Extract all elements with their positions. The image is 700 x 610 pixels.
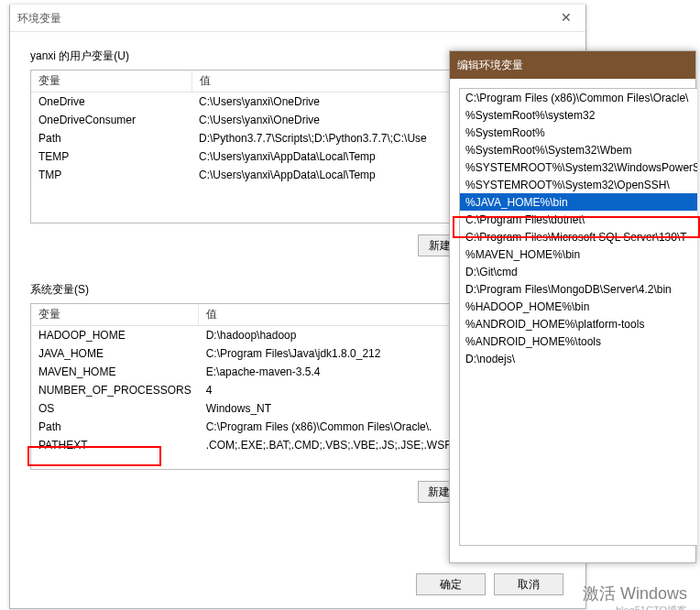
path-entry[interactable]: %SystemRoot%\System32\Wbem xyxy=(460,141,697,158)
col-name[interactable]: 变量 xyxy=(31,71,191,93)
watermark-main: 激活 Windows xyxy=(583,583,687,605)
path-entry[interactable]: D:\Program Files\MongoDB\Server\4.2\bin xyxy=(460,280,697,298)
cancel-button[interactable]: 取消 xyxy=(494,573,563,595)
path-entry[interactable]: %SystemRoot% xyxy=(460,124,697,141)
var-name-cell: PATHEXT xyxy=(31,436,199,454)
edit-title: 编辑环境变量 xyxy=(457,59,523,71)
var-name-cell: HADOOP_HOME xyxy=(31,326,199,345)
path-entry[interactable]: %SYSTEMROOT%\System32\WindowsPowerS xyxy=(460,158,697,176)
col-name[interactable]: 变量 xyxy=(31,304,199,326)
var-name-cell: OneDrive xyxy=(31,93,191,112)
ok-button[interactable]: 确定 xyxy=(416,573,486,595)
var-name-cell: OS xyxy=(31,399,199,418)
var-name-cell: JAVA_HOME xyxy=(31,344,199,363)
path-entry[interactable]: %ANDROID_HOME%\platform-tools xyxy=(460,315,697,332)
var-name-cell: Path xyxy=(31,129,191,147)
var-name-cell: MAVEN_HOME xyxy=(31,363,199,381)
watermark-sub: blog51CTO博客 xyxy=(616,604,687,610)
path-entry[interactable]: %SYSTEMROOT%\System32\OpenSSH\ xyxy=(460,176,697,193)
path-entry[interactable]: C:\Program Files\dotnet\ xyxy=(460,211,697,228)
var-name-cell: TEMP xyxy=(31,147,191,166)
var-name-cell: OneDriveConsumer xyxy=(31,111,191,129)
path-entry[interactable]: C:\Program Files\Microsoft SQL Server\13… xyxy=(460,228,697,245)
var-name-cell: Path xyxy=(31,418,199,436)
path-entry[interactable]: %HADOOP_HOME%\bin xyxy=(460,298,697,315)
close-icon[interactable]: ✕ xyxy=(547,5,585,32)
edit-title-bar: 编辑环境变量 xyxy=(450,51,695,79)
path-entry[interactable]: %SystemRoot%\system32 xyxy=(460,106,697,124)
path-entry[interactable]: %MAVEN_HOME%\bin xyxy=(460,245,697,263)
env-title-bar: 环境变量 ✕ xyxy=(10,5,585,32)
env-title: 环境变量 xyxy=(17,12,61,25)
var-name-cell: TMP xyxy=(31,166,191,184)
path-entry[interactable]: D:\Git\cmd xyxy=(460,263,697,280)
path-entry[interactable]: %ANDROID_HOME%\tools xyxy=(460,332,697,350)
path-entry[interactable]: %JAVA_HOME%\bin xyxy=(460,193,697,211)
path-entry[interactable]: C:\Program Files (x86)\Common Files\Orac… xyxy=(460,89,697,106)
dialog-footer: 确定 取消 xyxy=(410,573,563,595)
path-entry[interactable]: D:\nodejs\ xyxy=(460,350,697,367)
var-name-cell: NUMBER_OF_PROCESSORS xyxy=(31,381,199,399)
path-entries-list[interactable]: C:\Program Files (x86)\Common Files\Orac… xyxy=(459,88,697,546)
edit-env-var-dialog: 编辑环境变量 C:\Program Files (x86)\Common Fil… xyxy=(449,50,696,563)
